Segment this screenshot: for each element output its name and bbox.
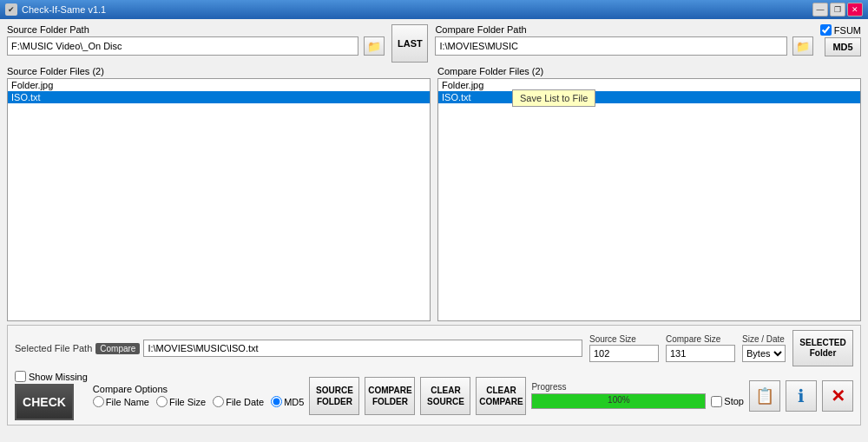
selected-path-area: Selected File Path Compare bbox=[15, 340, 582, 357]
last-button[interactable]: LAST bbox=[391, 24, 428, 63]
show-missing-row: Show Missing bbox=[15, 371, 88, 382]
source-folder-browse-button[interactable]: 📁 bbox=[364, 36, 385, 56]
list-item[interactable]: Folder.jpg bbox=[438, 79, 860, 91]
compare-files-label: Compare Folder Files (2) bbox=[437, 66, 861, 76]
compare-path-group: Compare Folder Path 📁 bbox=[435, 24, 812, 63]
main-content: Source Folder Path 📁 LAST Compare Folder… bbox=[0, 19, 868, 431]
selected-path-input[interactable] bbox=[143, 340, 582, 357]
compare-size-label: Compare Size bbox=[666, 334, 735, 344]
file-name-radio-label[interactable]: File Name bbox=[93, 396, 149, 407]
md5-button[interactable]: MD5 bbox=[825, 37, 861, 56]
source-size-label: Source Size bbox=[589, 334, 659, 344]
file-date-radio-label[interactable]: File Date bbox=[213, 396, 264, 407]
file-name-radio[interactable] bbox=[93, 396, 104, 407]
fsum-label: FSUM bbox=[834, 25, 861, 36]
file-date-radio[interactable] bbox=[213, 396, 224, 407]
compare-size-input[interactable] bbox=[666, 345, 735, 362]
two-panel: Source Folder Files (2) Folder.jpg ISO.t… bbox=[7, 66, 861, 321]
list-item[interactable]: ISO.txt bbox=[8, 91, 430, 103]
progress-bar-outer: 100% bbox=[531, 393, 706, 409]
title-bar: ✔ Check-If-Same v1.1 — ❐ ✕ bbox=[0, 0, 868, 19]
compare-size-group: Compare Size bbox=[666, 334, 735, 362]
source-path-group: Source Folder Path 📁 bbox=[7, 24, 385, 63]
stop-checkbox-row: Stop bbox=[711, 396, 744, 407]
close-button[interactable]: ✕ bbox=[847, 3, 863, 16]
progress-group: Progress 100% Stop bbox=[531, 382, 744, 409]
md5-radio-label[interactable]: MD5 bbox=[271, 396, 304, 407]
check-button[interactable]: CHECK bbox=[15, 384, 74, 420]
compare-badge: Compare bbox=[95, 343, 140, 354]
bottom-section: Selected File Path Compare Source Size C… bbox=[7, 325, 861, 426]
close-red-button[interactable]: ✕ bbox=[822, 380, 853, 412]
show-missing-checkbox[interactable] bbox=[15, 371, 26, 382]
progress-row: 100% Stop bbox=[531, 393, 744, 409]
progress-text: 100% bbox=[532, 395, 705, 405]
source-file-list: Folder.jpg ISO.txt bbox=[7, 78, 431, 321]
compare-folder-browse-button[interactable]: 📁 bbox=[792, 36, 813, 56]
size-date-label: Size / Date bbox=[742, 334, 786, 344]
source-size-group: Source Size bbox=[589, 334, 659, 362]
info-button[interactable]: ℹ bbox=[786, 380, 817, 412]
compare-path-label: Compare Folder Path bbox=[435, 24, 812, 35]
compare-options: File Name File Size File Date MD5 bbox=[93, 396, 305, 407]
source-files-label: Source Folder Files (2) bbox=[7, 66, 431, 76]
fsum-checkbox[interactable] bbox=[820, 24, 832, 36]
compare-file-list: Folder.jpg ISO.txt Save List to File bbox=[437, 78, 861, 321]
selected-path-label: Selected File Path bbox=[15, 343, 92, 353]
file-size-radio-label[interactable]: File Size bbox=[156, 396, 206, 407]
source-size-input[interactable] bbox=[589, 345, 659, 362]
sizes-area: Source Size Compare Size Size / Date Byt… bbox=[589, 330, 853, 366]
app-icon: ✔ bbox=[5, 3, 17, 16]
md5-radio[interactable] bbox=[271, 396, 282, 407]
source-path-input[interactable] bbox=[7, 36, 358, 56]
window-title: Check-If-Same v1.1 bbox=[22, 4, 106, 15]
stop-label: Stop bbox=[724, 396, 744, 406]
compare-path-input[interactable] bbox=[435, 36, 786, 56]
compare-folder-button[interactable]: COMPAREFOLDER bbox=[365, 377, 415, 415]
top-right-options: FSUM MD5 bbox=[820, 24, 861, 63]
list-item[interactable]: Folder.jpg bbox=[8, 79, 430, 91]
minimize-button[interactable]: — bbox=[812, 3, 828, 16]
clear-source-button[interactable]: CLEARSOURCE bbox=[420, 377, 470, 415]
source-path-label: Source Folder Path bbox=[7, 24, 385, 35]
restore-button[interactable]: ❐ bbox=[830, 3, 845, 16]
selected-folder-button[interactable]: SELECTEDFolder bbox=[792, 330, 853, 366]
source-panel: Source Folder Files (2) Folder.jpg ISO.t… bbox=[7, 66, 431, 321]
progress-label: Progress bbox=[531, 382, 744, 392]
stop-checkbox[interactable] bbox=[711, 396, 722, 407]
fsum-checkbox-row: FSUM bbox=[820, 24, 861, 36]
size-date-select[interactable]: Bytes KB MB Date bbox=[742, 345, 786, 362]
clear-compare-button[interactable]: CLEARCOMPARE bbox=[476, 377, 526, 415]
show-missing-label: Show Missing bbox=[29, 372, 88, 382]
copy-button[interactable]: 📋 bbox=[749, 380, 780, 412]
compare-options-label: Compare Options bbox=[93, 384, 305, 394]
title-bar-controls: — ❐ ✕ bbox=[812, 3, 863, 16]
compare-panel: Compare Folder Files (2) Folder.jpg ISO.… bbox=[437, 66, 861, 321]
list-item[interactable]: ISO.txt bbox=[438, 91, 860, 103]
size-date-group: Size / Date Bytes KB MB Date bbox=[742, 334, 786, 362]
file-size-radio[interactable] bbox=[156, 396, 168, 407]
source-folder-button[interactable]: SOURCEFOLDER bbox=[309, 377, 359, 415]
